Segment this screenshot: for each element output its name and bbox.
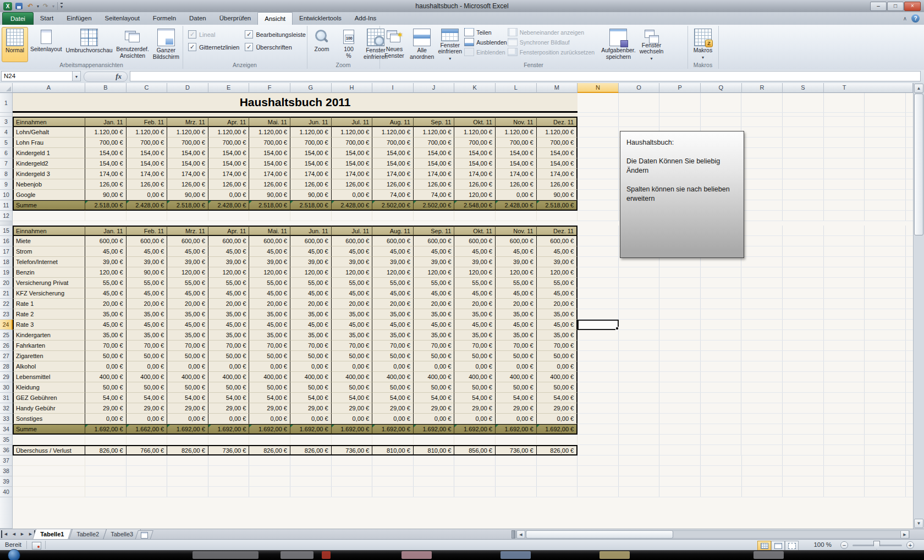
row-label-cell[interactable]: Handy Gebühr: [13, 403, 85, 414]
row-header-24[interactable]: 24: [0, 320, 13, 330]
value-cell[interactable]: 35,00 €: [496, 330, 537, 341]
value-cell[interactable]: 45,00 €: [167, 320, 208, 330]
row-header-25[interactable]: 25: [0, 330, 13, 341]
value-cell[interactable]: 1.692,00 €: [372, 424, 414, 435]
value-cell[interactable]: 45,00 €: [127, 320, 168, 330]
value-cell[interactable]: 126,00 €: [454, 179, 496, 190]
month-header-cell[interactable]: Dez. 11: [537, 117, 578, 127]
value-cell[interactable]: 39,00 €: [454, 257, 496, 267]
row-label-cell[interactable]: Lohn Frau: [13, 138, 85, 148]
value-cell[interactable]: 35,00 €: [372, 330, 414, 341]
row-header-39[interactable]: 39: [0, 476, 13, 487]
value-cell[interactable]: 120,00 €: [414, 267, 455, 278]
column-header-O[interactable]: O: [619, 83, 660, 93]
row-header-18[interactable]: 18: [0, 257, 13, 267]
row-label-cell[interactable]: Rate 2: [13, 309, 85, 320]
value-cell[interactable]: 1.120,00 €: [537, 127, 578, 138]
row-label-cell[interactable]: KFZ Versicherung: [13, 288, 85, 299]
value-cell[interactable]: 70,00 €: [454, 341, 496, 351]
value-cell[interactable]: 174,00 €: [454, 169, 496, 179]
value-cell[interactable]: 90,00 €: [167, 190, 208, 200]
start-button[interactable]: [8, 549, 20, 560]
row-header-hidden[interactable]: [0, 113, 13, 117]
zoom-100-button[interactable]: 100 %: [336, 27, 362, 62]
row-header-40[interactable]: 40: [0, 487, 13, 497]
column-header-D[interactable]: D: [167, 83, 208, 93]
value-cell[interactable]: 29,00 €: [249, 403, 290, 414]
column-header-H[interactable]: H: [332, 83, 373, 93]
value-cell[interactable]: 50,00 €: [372, 351, 414, 361]
new-window-button[interactable]: ✶ Neues Fenster: [381, 27, 408, 62]
value-cell[interactable]: 174,00 €: [208, 169, 250, 179]
value-cell[interactable]: 154,00 €: [167, 148, 208, 158]
value-cell[interactable]: 120,00 €: [372, 267, 414, 278]
value-cell[interactable]: 154,00 €: [372, 148, 414, 158]
empty-cells[interactable]: [13, 487, 85, 497]
value-cell[interactable]: 35,00 €: [332, 330, 373, 341]
value-cell[interactable]: 154,00 €: [249, 148, 290, 158]
column-header-K[interactable]: K: [454, 83, 496, 93]
value-cell[interactable]: 154,00 €: [208, 158, 250, 169]
value-cell[interactable]: 54,00 €: [167, 393, 208, 403]
value-cell[interactable]: 45,00 €: [332, 320, 373, 330]
value-cell[interactable]: 45,00 €: [290, 288, 332, 299]
custom-views-button[interactable]: Benutzerdef. Ansichten: [114, 27, 150, 62]
value-cell[interactable]: 55,00 €: [85, 278, 127, 288]
tab-einfügen[interactable]: Einfügen: [60, 12, 98, 24]
value-cell[interactable]: 2.428,00 €: [496, 200, 537, 211]
page-layout-button[interactable]: Seitenlayout: [29, 27, 64, 62]
checkbox-lineal[interactable]: ✓ Lineal: [188, 30, 239, 39]
value-cell[interactable]: 0,00 €: [249, 361, 290, 372]
value-cell[interactable]: 1.692,00 €: [290, 424, 332, 435]
row-label-cell[interactable]: Sonstiges: [13, 414, 85, 424]
value-cell[interactable]: 50,00 €: [208, 351, 250, 361]
value-cell[interactable]: 826,00 €: [249, 445, 290, 455]
row-header-34[interactable]: 34: [0, 424, 13, 435]
value-cell[interactable]: 0,00 €: [537, 414, 578, 424]
value-cell[interactable]: 1.120,00 €: [85, 127, 127, 138]
value-cell[interactable]: 50,00 €: [414, 351, 455, 361]
value-cell[interactable]: 154,00 €: [332, 148, 373, 158]
row-header-28[interactable]: 28: [0, 361, 13, 372]
value-cell[interactable]: 70,00 €: [414, 341, 455, 351]
value-cell[interactable]: 35,00 €: [208, 330, 250, 341]
row-label-cell[interactable]: Telefon/Internet: [13, 257, 85, 267]
tab-seitenlayout[interactable]: Seitenlayout: [98, 12, 146, 24]
value-cell[interactable]: 154,00 €: [85, 148, 127, 158]
value-cell[interactable]: 826,00 €: [85, 445, 127, 455]
value-cell[interactable]: 29,00 €: [372, 403, 414, 414]
row-header-5[interactable]: 5: [0, 138, 13, 148]
value-cell[interactable]: 74,00 €: [372, 190, 414, 200]
taskbar-item[interactable]: [402, 551, 432, 559]
value-cell[interactable]: 600,00 €: [414, 236, 455, 246]
value-cell[interactable]: 50,00 €: [496, 382, 537, 393]
row-label-cell[interactable]: Rate 1: [13, 299, 85, 309]
value-cell[interactable]: 1.692,00 €: [249, 424, 290, 435]
value-cell[interactable]: 400,00 €: [249, 372, 290, 382]
row-label-cell[interactable]: Kindergeld 1: [13, 148, 85, 158]
value-cell[interactable]: 39,00 €: [372, 257, 414, 267]
value-cell[interactable]: 120,00 €: [208, 267, 250, 278]
value-cell[interactable]: 120,00 €: [332, 267, 373, 278]
value-cell[interactable]: 120,00 €: [537, 267, 578, 278]
value-cell[interactable]: 45,00 €: [249, 320, 290, 330]
value-cell[interactable]: 20,00 €: [454, 299, 496, 309]
column-header-P[interactable]: P: [659, 83, 701, 93]
value-cell[interactable]: 1.120,00 €: [414, 127, 455, 138]
value-cell[interactable]: 90,00 €: [537, 190, 578, 200]
value-cell[interactable]: 1.120,00 €: [496, 127, 537, 138]
value-cell[interactable]: 45,00 €: [537, 288, 578, 299]
value-cell[interactable]: 126,00 €: [127, 179, 168, 190]
collapse-ribbon-icon[interactable]: ∧: [903, 15, 907, 21]
row-header-8[interactable]: 8: [0, 169, 13, 179]
empty-cells[interactable]: [578, 330, 913, 341]
scroll-up-icon[interactable]: ▲: [914, 84, 923, 93]
value-cell[interactable]: 50,00 €: [208, 382, 250, 393]
synchronous-scrolling-button[interactable]: Synchroner Bildlauf: [508, 38, 595, 46]
empty-cells[interactable]: [13, 466, 85, 476]
column-header-A[interactable]: A: [13, 83, 85, 93]
row-label-cell[interactable]: Kindergarten: [13, 330, 85, 341]
value-cell[interactable]: 70,00 €: [167, 341, 208, 351]
empty-cells[interactable]: [578, 435, 913, 445]
view-page-layout-button[interactable]: [771, 541, 785, 551]
